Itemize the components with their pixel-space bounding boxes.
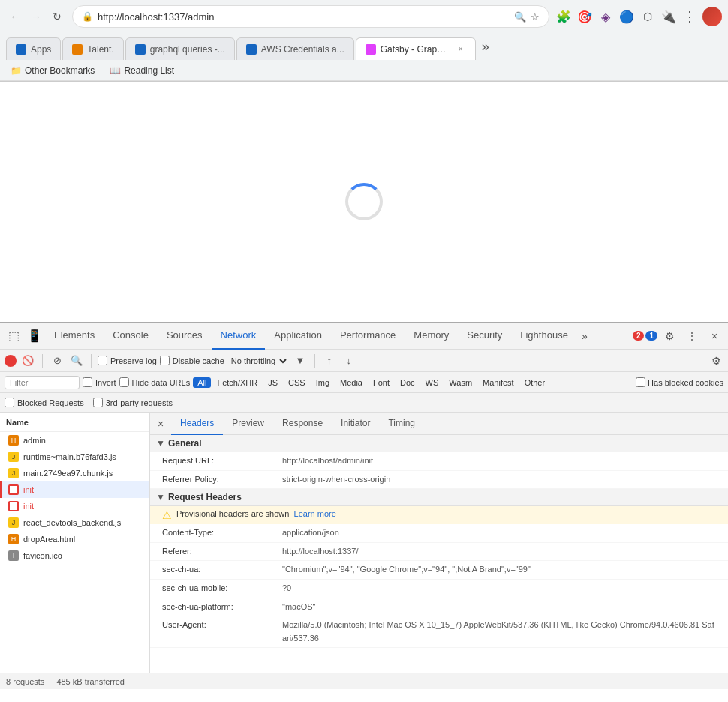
forward-button[interactable]: →: [27, 8, 45, 26]
preserve-log-checkbox[interactable]: [98, 356, 107, 365]
blocked-requests-label[interactable]: Blocked Requests: [5, 398, 84, 407]
throttle-arrow[interactable]: ▼: [292, 352, 308, 369]
request-headers-section-header[interactable]: ▼ Request Headers: [150, 489, 728, 506]
filter-btn-all[interactable]: All: [193, 377, 211, 388]
detail-tab-response[interactable]: Response: [273, 412, 332, 435]
search-button[interactable]: 🔍: [68, 352, 85, 369]
back-button[interactable]: ←: [6, 8, 24, 26]
devtools-more-button[interactable]: ⋮: [681, 326, 702, 346]
file-item-init1[interactable]: init: [0, 482, 149, 498]
export-har-button[interactable]: ↓: [341, 352, 357, 369]
invert-checkbox[interactable]: [83, 377, 92, 387]
detail-tab-initiator[interactable]: Initiator: [332, 412, 379, 435]
file-item-react-devtools[interactable]: J react_devtools_backend.js: [0, 514, 149, 531]
has-blocked-cookies-label[interactable]: Has blocked cookies: [636, 377, 723, 387]
file-item-main-chunk[interactable]: J main.2749ea97.chunk.js: [0, 465, 149, 482]
tab-gatsby[interactable]: Gatsby - GraphiQL ×: [356, 38, 476, 60]
filter-btn-doc[interactable]: Doc: [396, 377, 420, 388]
invert-label[interactable]: Invert: [83, 377, 116, 387]
extension-icon-2[interactable]: 🎯: [576, 8, 593, 25]
address-bar[interactable]: 🔒 🔍 ☆: [72, 5, 549, 28]
devtools-close-button[interactable]: ×: [704, 326, 725, 346]
tab-close-gatsby[interactable]: ×: [456, 44, 466, 55]
record-button[interactable]: [5, 355, 17, 367]
tab-network[interactable]: Network: [212, 322, 266, 350]
disable-cache-label[interactable]: Disable cache: [160, 356, 224, 365]
toolbar-separator-2: [91, 354, 92, 368]
tab-memory[interactable]: Memory: [405, 322, 458, 350]
extension-puzzle[interactable]: 🔌: [660, 8, 677, 25]
detail-tab-preview[interactable]: Preview: [223, 412, 273, 435]
star-icon[interactable]: ☆: [531, 11, 540, 22]
hide-data-urls-checkbox[interactable]: [119, 377, 129, 387]
filter-btn-css[interactable]: CSS: [284, 377, 310, 388]
extension-icon-3[interactable]: ◈: [597, 8, 614, 25]
has-blocked-cookies-text: Has blocked cookies: [648, 378, 723, 387]
filter-btn-media[interactable]: Media: [335, 377, 367, 388]
url-input[interactable]: [98, 11, 510, 22]
device-toolbar-button[interactable]: 📱: [24, 326, 45, 346]
tab-application[interactable]: Application: [265, 322, 331, 350]
preserve-log-label[interactable]: Preserve log: [98, 356, 157, 365]
tab-console[interactable]: Console: [104, 322, 158, 350]
sec-ch-ua-mobile-value: ?0: [282, 582, 291, 596]
blocked-requests-checkbox[interactable]: [5, 398, 14, 407]
disable-cache-checkbox[interactable]: [160, 356, 170, 365]
tab-graphql[interactable]: graphql queries -...: [125, 38, 235, 60]
request-url-value: http://localhost/admin/init: [282, 454, 373, 468]
detail-close-button[interactable]: ×: [153, 416, 168, 431]
filter-btn-ws[interactable]: WS: [421, 377, 444, 388]
detail-tab-headers[interactable]: Headers: [171, 412, 223, 435]
general-section-header[interactable]: ▼ General: [150, 435, 728, 452]
filter-button[interactable]: ⊘: [49, 352, 65, 369]
detail-tab-response-label: Response: [282, 418, 323, 428]
devtools-settings-button[interactable]: ⚙: [659, 326, 680, 346]
file-item-droparea[interactable]: H dropArea.html: [0, 531, 149, 548]
tab-talent[interactable]: Talent.: [62, 38, 123, 60]
filter-btn-img[interactable]: Img: [311, 377, 334, 388]
tab-performance[interactable]: Performance: [331, 322, 405, 350]
import-har-button[interactable]: ↑: [321, 352, 338, 369]
file-item-runtime[interactable]: J runtime~main.b76fafd3.js: [0, 448, 149, 465]
tab-elements-label: Elements: [54, 329, 95, 340]
bookmark-other[interactable]: 📁 Other Bookmarks: [6, 64, 99, 77]
bookmark-reading-list[interactable]: 📖 Reading List: [105, 64, 179, 77]
tab-sources[interactable]: Sources: [158, 322, 212, 350]
hide-data-urls-label[interactable]: Hide data URLs: [119, 377, 191, 387]
third-party-label[interactable]: 3rd-party requests: [93, 398, 173, 407]
detail-tab-timing[interactable]: Timing: [379, 412, 424, 435]
more-menu-button[interactable]: ⋮: [681, 8, 698, 25]
file-item-favicon[interactable]: I favicon.ico: [0, 548, 149, 564]
filter-btn-js[interactable]: JS: [263, 377, 282, 388]
filter-btn-manifest[interactable]: Manifest: [478, 377, 519, 388]
inspect-element-button[interactable]: ⬚: [3, 326, 24, 346]
tab-performance-label: Performance: [340, 329, 396, 340]
throttle-select[interactable]: No throttling: [227, 355, 289, 367]
tab-lighthouse[interactable]: Lighthouse: [511, 322, 577, 350]
profile-avatar[interactable]: [702, 7, 722, 26]
tab-elements[interactable]: Elements: [45, 322, 104, 350]
extension-icon-5[interactable]: ⬡: [639, 8, 656, 25]
extension-icon-1[interactable]: 🧩: [555, 8, 572, 25]
filter-btn-other[interactable]: Other: [520, 377, 550, 388]
filter-btn-wasm[interactable]: Wasm: [444, 377, 477, 388]
filter-btn-fetch[interactable]: Fetch/XHR: [212, 377, 262, 388]
file-item-init2[interactable]: init: [0, 498, 149, 514]
sec-ch-ua-key: sec-ch-ua:: [162, 563, 282, 577]
extension-icon-4[interactable]: 🔵: [618, 8, 635, 25]
filter-btn-font[interactable]: Font: [369, 377, 394, 388]
more-devtools-tabs[interactable]: »: [577, 330, 592, 342]
reload-button[interactable]: ↻: [48, 8, 66, 26]
network-settings-button[interactable]: ⚙: [708, 353, 723, 368]
tab-aws[interactable]: AWS Credentials a...: [236, 38, 354, 60]
status-bar: 8 requests 485 kB transferred: [0, 673, 728, 689]
third-party-checkbox[interactable]: [93, 398, 103, 407]
tab-apps[interactable]: Apps: [6, 38, 61, 60]
clear-button[interactable]: 🚫: [20, 352, 36, 369]
learn-more-link[interactable]: Learn more: [294, 509, 336, 518]
has-blocked-cookies-checkbox[interactable]: [636, 377, 645, 387]
tab-security[interactable]: Security: [458, 322, 511, 350]
file-item-admin[interactable]: H admin: [0, 432, 149, 448]
more-tabs-button[interactable]: »: [477, 39, 494, 55]
filter-input[interactable]: [5, 376, 80, 389]
